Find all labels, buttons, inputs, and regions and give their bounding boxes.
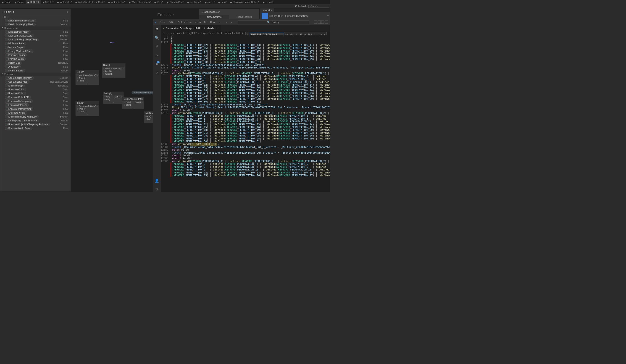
editor-tab[interactable]: ≡ GeneratedFromGraph-HDRPLit.shader × <box>161 25 221 32</box>
branch-node-3[interactable]: Branch Predicate(B)Out(4) True(4) False(… <box>75 101 99 116</box>
property-chip[interactable]: Use Emission Intensity <box>5 76 34 80</box>
property-chip[interactable]: Maxium Steps <box>5 46 25 49</box>
nav-forward-icon[interactable]: → <box>231 21 232 24</box>
property-chip[interactable]: Exposure weight <box>5 111 27 114</box>
property-chip[interactable]: Minimum Steps <box>5 42 26 45</box>
graph-settings-tab[interactable]: Graph Settings <box>229 15 259 20</box>
source-control-icon[interactable]: ⑂ <box>154 44 159 49</box>
add-property-button[interactable]: + <box>66 10 68 14</box>
property-type: Float <box>63 108 68 110</box>
unity-tab[interactable]: ◆Rock* <box>153 0 165 4</box>
chevron-down-icon[interactable]: ⌄ <box>76 82 99 85</box>
property-chip[interactable]: Amplitude <box>5 65 21 69</box>
property-chip[interactable]: Emission Color <box>5 88 26 91</box>
property-chip[interactable]: Emission multiply with Base <box>5 115 39 118</box>
breadcrumb-item[interactable]: Temp <box>200 32 206 35</box>
property-chip[interactable]: Inv Prim Scale <box>5 69 25 72</box>
menu-item[interactable]: Run <box>210 21 215 24</box>
property-chip[interactable]: UV Mapping Mask Emissive <box>5 119 39 122</box>
unity-tab[interactable]: ◆GrassWindTerrainDetails* <box>228 0 261 4</box>
property-chip[interactable]: Lock With Height Map Tiling <box>5 38 39 41</box>
nav-back-icon[interactable]: ← <box>226 21 227 24</box>
property-chip[interactable]: Emissive Color LDR <box>5 96 31 99</box>
chevron-down-icon[interactable]: ⌄ <box>103 101 123 104</box>
unity-tab[interactable]: ◆WaterLake* <box>55 0 74 4</box>
vscode-logo-icon: ⊞ <box>155 21 156 24</box>
property-type: Boolean Keyword <box>50 80 68 83</box>
property-chip[interactable]: Height Map <box>5 61 22 65</box>
run-debug-icon[interactable]: ▷ <box>154 52 159 58</box>
branch-node-2[interactable]: Branch Predicate(B)Out(4) True(4) False(… <box>102 63 125 78</box>
graph-group-title: Emissive <box>157 13 174 17</box>
property-chip[interactable]: Detail Smoothness Scale <box>5 19 36 22</box>
branch-node-1[interactable]: Branch Predicate(B)Out(4) True(4) False(… <box>75 70 99 85</box>
blackboard-section-header[interactable]: ▸Displacement <box>0 27 71 30</box>
breadcrumb-item[interactable]: Empty_HDRP <box>183 32 197 35</box>
menu-item[interactable]: … <box>218 21 220 24</box>
property-chip[interactable]: Lock With Object Scale <box>5 34 34 37</box>
property-chip[interactable]: Primitive Length <box>5 53 27 57</box>
graph-inspector[interactable]: Graph Inspector Node Settings Graph Sett… <box>199 9 259 20</box>
unity-tab[interactable]: ◆WaterStream* <box>106 0 127 4</box>
property-chip[interactable]: Emissive Intensity Unit <box>5 107 33 111</box>
help-icon[interactable]: ? <box>327 15 328 17</box>
chevron-down-icon[interactable]: ⌄ <box>76 113 99 116</box>
node-settings-tab[interactable]: Node Settings <box>199 15 229 20</box>
unity-tab[interactable]: ◆TerrainL <box>261 0 275 4</box>
search-icon[interactable]: 🔍 <box>154 35 159 40</box>
property-chip[interactable]: Emission Intensity <box>5 103 29 107</box>
menu-item[interactable]: View <box>195 21 201 24</box>
layout-customize-icon[interactable] <box>325 21 328 24</box>
property-chip[interactable]: Detail UV Mapping Mask <box>5 23 36 26</box>
extensions-icon[interactable]: ▣1 <box>154 61 159 66</box>
chevron-down-icon[interactable]: ⌄ <box>122 106 144 109</box>
layout-sidebar-left-icon[interactable] <box>314 21 317 24</box>
explorer-icon[interactable]: 🗎 <box>154 27 159 32</box>
menu-item[interactable]: File <box>159 21 166 24</box>
breadcrumb-item[interactable]: … <box>168 32 170 35</box>
menu-item[interactable]: Edit <box>169 21 175 24</box>
property-type: Boolean <box>60 35 68 37</box>
property-chip[interactable]: Primitive Width <box>5 57 26 61</box>
property-type: Float <box>63 42 68 45</box>
property-chip[interactable]: Emissive Color <box>5 92 26 95</box>
unity-tab[interactable]: ◆HDRPLit <box>26 0 41 4</box>
color-mode-dropdown[interactable]: <None> <box>309 5 329 8</box>
property-chip[interactable]: Emissive Object UV Mapping Emissive <box>5 123 50 126</box>
breadcrumb-item[interactable]: C: <box>162 32 165 35</box>
property-chip[interactable]: Emissive Map <box>5 84 25 87</box>
settings-gear-icon[interactable]: ⚙ <box>154 187 159 192</box>
inspector-tab[interactable]: Inspector <box>260 8 274 12</box>
blackboard-section-header[interactable]: ▸Emissive <box>0 73 71 76</box>
property-chip[interactable]: Use Emissive Map <box>5 80 30 83</box>
accounts-icon[interactable]: 👤 <box>154 178 159 183</box>
property-chip[interactable]: Emissive World Scale <box>5 127 33 130</box>
layout-panel-icon[interactable] <box>317 21 321 24</box>
unity-tab[interactable]: ◆URPLit* <box>41 0 55 4</box>
property-type: Vector4 <box>61 69 68 72</box>
property-chip[interactable]: Fading Mip Level Start <box>5 49 33 53</box>
multiply-node-1[interactable]: Multiply A(4)Out(4) B(4) ⌄ <box>103 92 124 104</box>
unity-tab[interactable]: ◆IceShader* <box>185 0 203 4</box>
menu-item[interactable]: Selection <box>178 21 192 24</box>
unity-tab[interactable]: ◆BlockoutGrid* <box>165 0 185 4</box>
chevron-down-icon[interactable]: ⌄ <box>102 75 125 78</box>
property-chip[interactable]: Emission UV mapping <box>5 100 33 103</box>
unity-tab[interactable]: ◆Fern* <box>216 0 228 4</box>
command-center[interactable]: 🔍 unity <box>238 20 309 24</box>
unity-tab[interactable]: ◆clover* <box>203 0 216 4</box>
testing-icon[interactable]: ⚗ <box>154 70 159 75</box>
unity-tab[interactable]: ◆WaterStreamFalls* <box>127 0 153 4</box>
blackboard-panel: HDRPLit + HDRP Detail Smoothness ScaleFl… <box>0 8 71 192</box>
property-type: Boolean <box>60 115 68 118</box>
layout-sidebar-right-icon[interactable] <box>321 21 324 24</box>
vscode-titlebar: ⊞ FileEditSelectionViewGoRun… ← → 🔍 unit… <box>153 19 330 25</box>
close-tab-icon[interactable]: × <box>217 27 219 30</box>
unity-tab[interactable]: ◆Game <box>13 0 25 4</box>
property-chip[interactable]: Displacement Mode <box>5 30 31 34</box>
unity-tab[interactable]: ◆WaterSimple_FoamMask* <box>74 0 106 4</box>
menu-item[interactable]: Go <box>204 21 207 24</box>
unity-tab[interactable]: ◆Scene <box>0 0 13 4</box>
breadcrumb-item[interactable]: repos <box>173 32 180 35</box>
keyword-node[interactable]: Use Emissive Map On(4)Out(4) Off(4) ⌄ <box>122 97 144 109</box>
